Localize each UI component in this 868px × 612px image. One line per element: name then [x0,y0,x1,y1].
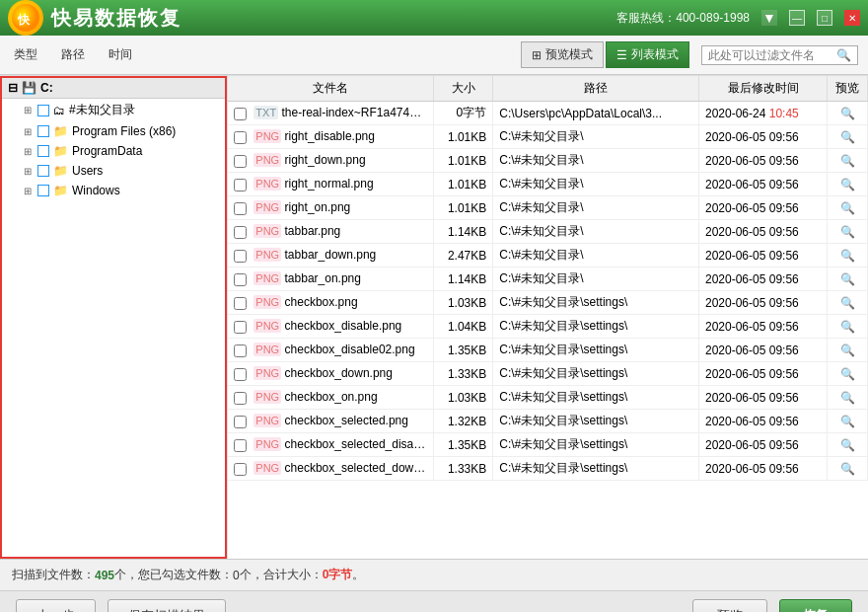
recover-label: 恢复 [804,608,828,612]
expand-unknown-icon[interactable]: ⊞ [24,105,34,115]
row-preview-icon[interactable]: 🔍 [840,272,855,286]
col-header-path[interactable]: 路径 [493,76,699,102]
menu-type[interactable]: 类型 [10,44,41,65]
row-checkbox[interactable] [234,297,247,310]
row-checkbox[interactable] [234,131,247,144]
row-preview-icon[interactable]: 🔍 [840,130,855,144]
file-datetime: 2020-06-05 09:56 [705,320,799,334]
col-header-size[interactable]: 大小 [434,76,493,102]
row-checkbox[interactable] [234,202,247,215]
menu-time[interactable]: 时间 [105,44,136,65]
row-preview-icon[interactable]: 🔍 [840,249,855,263]
row-checkbox[interactable] [234,439,247,452]
row-checkbox[interactable] [234,108,247,120]
cell-time: 2020-06-05 09:56 [699,291,828,315]
checkbox-users[interactable] [37,165,49,177]
menu-path[interactable]: 路径 [57,44,89,65]
file-name: right_on.png [285,200,351,214]
file-type-icon: PNG [253,224,281,238]
file-type-icon: PNG [253,153,281,167]
row-checkbox[interactable] [234,226,247,239]
cell-preview: 🔍 [828,315,868,339]
row-checkbox[interactable] [234,368,247,381]
row-checkbox[interactable] [234,321,247,334]
file-name: checkbox_on.png [285,390,378,404]
folder-pf-icon: 📁 [53,124,68,138]
cell-size: 1.14KB [434,220,493,244]
cell-preview: 🔍 [828,362,868,386]
row-checkbox[interactable] [234,344,247,357]
tree-item-programdata[interactable]: ⊞ 📁 ProgramData [2,141,225,161]
row-preview-icon[interactable]: 🔍 [840,462,855,476]
table-row: PNG checkbox_disable.png 1.04KB C:\#未知父目… [228,315,868,339]
row-checkbox[interactable] [234,179,247,191]
row-preview-icon[interactable]: 🔍 [840,154,855,168]
row-checkbox[interactable] [234,250,247,263]
cell-name: PNG right_down.png [228,149,434,173]
cell-preview: 🔍 [828,173,868,196]
checkbox-pd[interactable] [37,145,49,157]
row-preview-icon[interactable]: 🔍 [840,201,855,215]
file-name: checkbox_disable.png [285,319,402,333]
cell-time: 2020-06-05 09:56 [699,457,828,481]
row-checkbox[interactable] [234,463,247,476]
row-preview-icon[interactable]: 🔍 [840,344,855,357]
file-type-icon: PNG [253,295,281,309]
file-name: checkbox_selected_disable.png [285,437,434,451]
row-checkbox[interactable] [234,273,247,286]
list-mode-btn[interactable]: ☰ 列表模式 [606,41,689,68]
row-checkbox[interactable] [234,392,247,405]
col-header-name[interactable]: 文件名 [228,76,434,102]
file-datetime: 2020-06-05 09:56 [705,130,799,144]
file-type-icon: PNG [253,248,281,262]
expand-pf-icon[interactable]: ⊞ [24,126,34,137]
preview-button[interactable]: 预览 [692,599,767,613]
preview-mode-btn[interactable]: ⊞ 预览模式 [521,41,604,68]
tree-item-unknown[interactable]: ⊞ 🗂 #未知父目录 [2,99,225,121]
row-checkbox[interactable] [234,155,247,168]
recover-button[interactable]: 恢复 EaM [779,599,852,613]
col-header-time[interactable]: 最后修改时间 [699,76,828,102]
cell-preview: 🔍 [828,125,868,149]
svg-text:快: 快 [17,13,31,27]
back-button[interactable]: 上一步 [16,599,96,613]
minimize-btn[interactable]: — [789,10,805,26]
search-input[interactable] [708,48,836,62]
row-checkbox[interactable] [234,416,247,428]
tree-item-windows[interactable]: ⊞ 📁 Windows [2,181,225,200]
dropdown-btn[interactable]: ▼ [761,10,777,26]
cell-time: 2020-06-05 09:56 [699,339,828,362]
tree-header: ⊟ 💾 C: [2,78,225,99]
checkbox-unknown[interactable] [37,105,49,116]
row-preview-icon[interactable]: 🔍 [840,415,855,428]
tree-item-programfiles[interactable]: ⊞ 📁 Program Files (x86) [2,121,225,141]
row-preview-icon[interactable]: 🔍 [840,225,855,239]
checkbox-pf[interactable] [37,125,49,137]
close-btn[interactable]: ✕ [844,10,860,26]
row-preview-icon[interactable]: 🔍 [840,107,855,120]
row-preview-icon[interactable]: 🔍 [840,296,855,310]
row-preview-icon[interactable]: 🔍 [840,391,855,405]
status-text-suffix: 个，合计大小： [240,567,323,583]
file-datetime: 2020-06-05 09:56 [705,462,799,476]
folder-pd-icon: 📁 [53,144,68,158]
row-preview-icon[interactable]: 🔍 [840,178,855,191]
table-header-row: 文件名 大小 路径 最后修改时间 预览 [228,76,868,102]
search-icon[interactable]: 🔍 [836,48,851,62]
file-name: tabbar_on.png [285,271,361,285]
tree-item-users[interactable]: ⊞ 📁 Users [2,161,225,181]
table-row: PNG checkbox.png 1.03KB C:\#未知父目录\settin… [228,291,868,315]
row-preview-icon[interactable]: 🔍 [840,438,855,452]
list-mode-label: 列表模式 [631,46,679,63]
cell-size: 1.01KB [434,173,493,196]
cell-time: 2020-06-05 09:56 [699,268,828,291]
expand-pd-icon[interactable]: ⊞ [24,146,34,157]
row-preview-icon[interactable]: 🔍 [840,320,855,334]
checkbox-win[interactable] [37,185,49,196]
row-preview-icon[interactable]: 🔍 [840,367,855,381]
expand-win-icon[interactable]: ⊞ [24,186,34,196]
expand-users-icon[interactable]: ⊞ [24,166,34,177]
cell-preview: 🔍 [828,102,868,125]
save-button[interactable]: 保存扫描结果 [108,599,226,613]
maximize-btn[interactable]: □ [817,10,832,26]
